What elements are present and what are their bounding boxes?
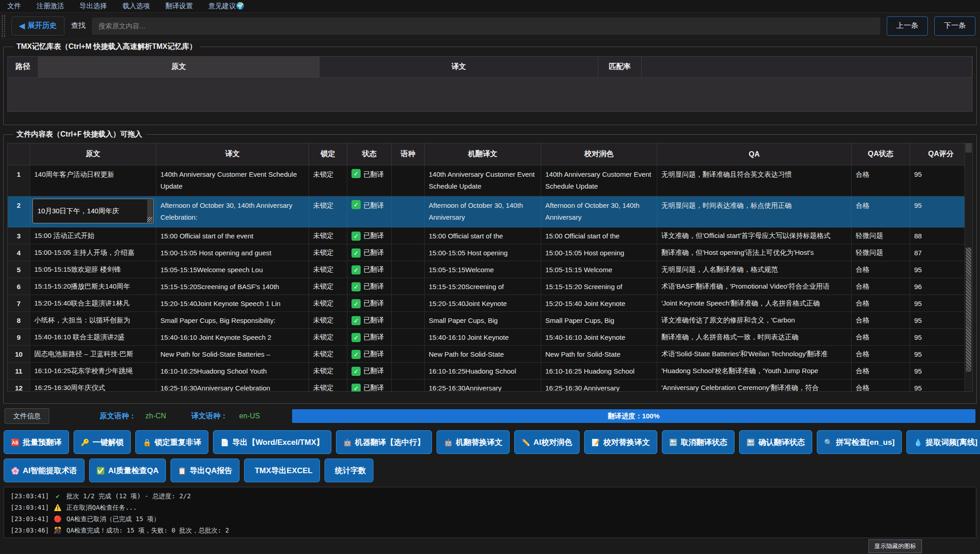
- status-cell[interactable]: ✓已翻译: [347, 261, 392, 278]
- qa-status-cell[interactable]: 合格: [852, 278, 910, 295]
- language-cell[interactable]: [392, 261, 425, 278]
- language-cell[interactable]: [392, 295, 425, 312]
- qa-cell[interactable]: 术语'Solid-State Batteries'和'Weilan Techno…: [657, 346, 852, 363]
- table-row[interactable]: 210月30日下午，140周年庆Afternoon of October 30,…: [8, 196, 972, 227]
- qa-score-cell[interactable]: 95: [910, 165, 972, 196]
- mt-replace-target-button[interactable]: 🤖机翻替换译文: [437, 430, 510, 454]
- source-cell[interactable]: 15:20-15:40联合主题演讲1林凡: [30, 295, 156, 312]
- lock-cell[interactable]: 未锁定: [309, 312, 347, 329]
- target-cell[interactable]: 15:00 Official start of the event: [156, 227, 309, 244]
- qa-score-cell[interactable]: 96: [910, 278, 972, 295]
- proofread-cell[interactable]: New Path for Solid-State: [541, 346, 657, 363]
- tmx-column-header-4[interactable]: 匹配率: [598, 57, 642, 77]
- qa-score-cell[interactable]: 95: [910, 261, 972, 278]
- proofread-cell[interactable]: 16:25-16:30 Anniversary: [541, 380, 657, 392]
- ai-quality-check-qa-button[interactable]: ✅AI质量检查QA: [89, 459, 166, 482]
- source-cell[interactable]: 16:10-16:25花东学校青少年跳绳: [30, 363, 156, 380]
- table-row[interactable]: 515:05-15:15致欢迎辞 楼剑锋15:05-15:15Welcome s…: [8, 261, 972, 278]
- scrollbar-top-button[interactable]: [965, 143, 972, 153]
- target-cell[interactable]: 15:20-15:40Joint Keynote Speech 1 Lin: [156, 295, 309, 312]
- status-cell[interactable]: ✓已翻译: [347, 244, 392, 261]
- column-header-10[interactable]: QA状态: [852, 143, 910, 165]
- target-cell[interactable]: 140th Anniversary Customer Event Schedul…: [156, 165, 309, 196]
- qa-status-cell[interactable]: 合格: [852, 261, 910, 278]
- source-cell[interactable]: 15:05-15:15致欢迎辞 楼剑锋: [30, 261, 156, 278]
- language-cell[interactable]: [392, 312, 425, 329]
- proofread-cell[interactable]: 15:00-15:05 Host opening: [541, 244, 657, 261]
- machine-translation-cell[interactable]: 15:00-15:05 Host opening: [425, 244, 541, 261]
- column-header-11[interactable]: QA评分: [910, 143, 972, 165]
- qa-status-cell[interactable]: 合格: [852, 346, 910, 363]
- proofread-replace-target-button[interactable]: 📝校对替换译文: [584, 430, 657, 454]
- source-cell[interactable]: 15:00-15:05 主持人开场，介绍嘉: [30, 244, 156, 261]
- proofread-cell[interactable]: 15:05-15:15 Welcome: [541, 261, 657, 278]
- status-cell[interactable]: ✓已翻译: [347, 363, 392, 380]
- tmx-column-header-2[interactable]: 原文: [38, 57, 320, 77]
- export-word-excel-tmx-button[interactable]: 📄导出【Word/Excel/TMX】: [213, 430, 331, 454]
- table-row[interactable]: 1140周年客户活动日程更新140th Anniversary Customer…: [8, 165, 972, 196]
- status-cell[interactable]: ✓已翻译: [347, 196, 392, 227]
- proofread-cell[interactable]: 15:40-16:10 Joint Keynote: [541, 329, 657, 346]
- proofread-cell[interactable]: 15:15-15:20 Screening of: [541, 278, 657, 295]
- status-cell[interactable]: ✓已翻译: [347, 295, 392, 312]
- qa-score-cell[interactable]: 95: [910, 380, 972, 392]
- resize-grip-icon[interactable]: [147, 217, 153, 222]
- table-row[interactable]: 1216:25-16:30周年庆仪式16:25-16:30Anniversary…: [8, 380, 972, 392]
- column-header-8[interactable]: 校对润色: [541, 143, 657, 165]
- qa-score-cell[interactable]: 95: [910, 196, 972, 227]
- row-number[interactable]: 12: [8, 380, 30, 392]
- lock-cell[interactable]: 未锁定: [309, 380, 347, 392]
- target-cell[interactable]: 16:25-16:30Anniversary Celebration: [156, 380, 309, 392]
- machine-translation-cell[interactable]: Small Paper Cups, Big: [425, 312, 541, 329]
- machine-translation-cell[interactable]: 15:05-15:15Welcome: [425, 261, 541, 278]
- qa-score-cell[interactable]: 95: [910, 312, 972, 329]
- source-cell[interactable]: 10月30日下午，140周年庆: [30, 196, 156, 227]
- row-number[interactable]: 5: [8, 261, 30, 278]
- machine-translation-cell[interactable]: 15:15-15:20Screening of: [425, 278, 541, 295]
- proofread-cell[interactable]: 16:10-16:25 Huadong School: [541, 363, 657, 380]
- source-cell[interactable]: 15:15-15:20播放巴斯夫140周年: [30, 278, 156, 295]
- source-cell[interactable]: 固态电池新路径 – 卫蓝科技-巴斯: [30, 346, 156, 363]
- qa-cell[interactable]: 译文准确，但'Official start'首字母应大写以保持标题格式: [657, 227, 852, 244]
- table-row[interactable]: 8小纸杯，大担当：以循环创新为Small Paper Cups, Big Res…: [8, 312, 972, 329]
- search-input[interactable]: [92, 17, 880, 35]
- column-header-6[interactable]: 语种: [392, 143, 425, 165]
- source-cell[interactable]: 15:00 活动正式开始: [30, 227, 156, 244]
- scrollbar-thumb[interactable]: [966, 248, 971, 372]
- column-header-3[interactable]: 译文: [156, 143, 309, 165]
- toolbar-grip-handle[interactable]: [2, 15, 5, 37]
- extract-word-frequency-button[interactable]: 💧提取词频[离线]: [906, 430, 980, 454]
- qa-status-cell[interactable]: 合格: [852, 295, 910, 312]
- qa-cell[interactable]: 'Huadong School'校名翻译准确，'Youth Jump Rope: [657, 363, 852, 380]
- status-cell[interactable]: ✓已翻译: [347, 278, 392, 295]
- qa-cell[interactable]: 译文准确传达了原文的修辞和含义，'Carbon: [657, 312, 852, 329]
- target-cell[interactable]: New Path for Solid-State Batteries –: [156, 346, 309, 363]
- menu-item-2[interactable]: 注册激活: [37, 2, 64, 11]
- table-row[interactable]: 315:00 活动正式开始15:00 Official start of the…: [8, 227, 972, 244]
- language-cell[interactable]: [392, 227, 425, 244]
- table-row[interactable]: 1116:10-16:25花东学校青少年跳绳16:10-16:25Huadong…: [8, 363, 972, 380]
- column-header-1[interactable]: [8, 143, 30, 165]
- qa-status-cell[interactable]: 合格: [852, 380, 910, 392]
- qa-score-cell[interactable]: 88: [910, 227, 972, 244]
- status-cell[interactable]: ✓已翻译: [347, 165, 392, 196]
- target-cell[interactable]: 15:00-15:05 Host opening and guest: [156, 244, 309, 261]
- qa-cell[interactable]: 无明显问题，人名翻译准确，格式规范: [657, 261, 852, 278]
- export-qa-report-button[interactable]: 📋导出QA报告: [170, 459, 240, 482]
- status-cell[interactable]: ✓已翻译: [347, 312, 392, 329]
- batch-pretranslate-button[interactable]: 🆎批量预翻译: [4, 430, 69, 454]
- table-row[interactable]: 615:15-15:20播放巴斯夫140周年15:15-15:20Screeni…: [8, 278, 972, 295]
- target-cell[interactable]: Small Paper Cups, Big Responsibility:: [156, 312, 309, 329]
- next-item-button[interactable]: 下一条: [934, 16, 975, 36]
- qa-score-cell[interactable]: 95: [910, 363, 972, 380]
- log-console[interactable]: [23:03:41]✔批次 1/2 完成 (12 项) - 总进度: 2/2[2…: [4, 487, 976, 538]
- qa-status-cell[interactable]: 合格: [852, 196, 910, 227]
- row-number[interactable]: 7: [8, 295, 30, 312]
- target-cell[interactable]: Afternoon of October 30, 140th Anniversa…: [156, 196, 309, 227]
- language-cell[interactable]: [392, 244, 425, 261]
- qa-status-cell[interactable]: 轻微问题: [852, 227, 910, 244]
- target-cell[interactable]: 15:15-15:20Screening of BASF's 140th: [156, 278, 309, 295]
- row-number[interactable]: 11: [8, 363, 30, 380]
- column-header-7[interactable]: 机翻译文: [425, 143, 541, 165]
- qa-status-cell[interactable]: 合格: [852, 363, 910, 380]
